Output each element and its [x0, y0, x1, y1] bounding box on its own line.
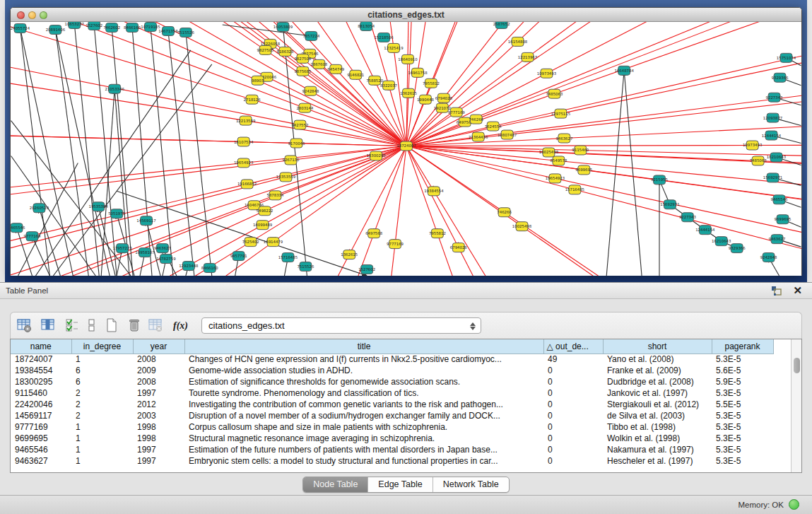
table-cell[interactable]: Estimation of the future numbers of pati… — [184, 444, 543, 455]
graph-node[interactable]: 14569117 — [136, 216, 155, 226]
table-cell[interactable]: Changes of HCN gene expression and I(f) … — [184, 354, 543, 365]
graph-node[interactable]: 5498222 — [257, 206, 273, 216]
table-cell[interactable]: 1 — [71, 421, 133, 433]
graph-node[interactable]: 746266 — [469, 115, 483, 124]
graph-node[interactable]: 12353559 — [276, 173, 296, 182]
table-cell[interactable]: 2 — [71, 410, 133, 421]
table-cell[interactable]: Embryonic stem cells: a model to study s… — [184, 455, 543, 467]
graph-node[interactable]: 98903 — [252, 76, 264, 85]
table-cell[interactable]: 5.5E-5 — [712, 399, 773, 410]
graph-node[interactable]: 16210643 — [767, 153, 786, 162]
graph-node[interactable]: 18107534 — [234, 137, 254, 146]
network-table-select[interactable]: citations_edges.txt — [201, 317, 481, 334]
graph-node[interactable]: 17957223 — [112, 244, 131, 253]
column-header-title[interactable]: title — [184, 339, 543, 354]
graph-node[interactable]: 16053809 — [273, 22, 293, 31]
float-panel-icon[interactable] — [771, 286, 782, 296]
table-cell[interactable]: 2012 — [133, 399, 184, 410]
table-cell[interactable]: 0 — [543, 444, 603, 455]
graph-node[interactable]: 12093877 — [763, 113, 782, 122]
function-builder-icon-button[interactable]: f(x) — [170, 317, 189, 335]
graph-node[interactable]: 9427552 — [291, 120, 308, 129]
table-cell[interactable]: 5.3E-5 — [712, 444, 773, 455]
graph-node[interactable]: 8466160 — [124, 23, 141, 32]
table-cell[interactable]: 2008 — [133, 376, 184, 387]
rows-icon-button[interactable] — [83, 317, 101, 335]
table-cell[interactable]: 18724007 — [11, 354, 71, 365]
graph-node[interactable]: 10958107 — [135, 248, 154, 257]
graph-node[interactable]: 8322037 — [380, 81, 397, 90]
graph-node[interactable]: 10653237 — [65, 22, 84, 28]
table-cell[interactable]: 9115460 — [11, 387, 71, 399]
graph-node[interactable]: 15692971 — [660, 200, 679, 209]
table-cell[interactable]: Tourette syndrome. Phenomenology and cla… — [184, 387, 543, 399]
graph-node[interactable]: 15716485 — [278, 253, 298, 262]
table-cell[interactable]: 2 — [71, 399, 133, 410]
graph-node[interactable]: 5878334 — [267, 191, 285, 200]
graph-node[interactable]: 12213589 — [236, 116, 256, 125]
graph-node[interactable]: 9463627 — [154, 244, 171, 253]
graph-node[interactable]: 10807487 — [498, 130, 517, 139]
citation-graph[interactable]: 2405572420891406106532371527602746260284… — [11, 22, 801, 276]
graph-node[interactable]: 7515526 — [297, 262, 314, 271]
graph-node[interactable]: 9227343 — [679, 213, 696, 222]
graph-node[interactable]: 8454749 — [327, 64, 345, 74]
graph-node[interactable]: 21053346 — [105, 84, 124, 93]
table-cell[interactable]: Genome-wide association studies in ADHD. — [184, 365, 543, 376]
table-cell[interactable]: 0 — [543, 410, 603, 421]
graph-node[interactable]: 746266 — [497, 208, 512, 217]
select-all-icon-button[interactable] — [63, 317, 81, 335]
table-scrollbar-thumb[interactable] — [794, 358, 800, 373]
table-cell[interactable]: Structural magnetic resonance image aver… — [184, 433, 543, 444]
table-settings-icon-button[interactable] — [15, 317, 33, 335]
graph-node[interactable]: 20891406 — [46, 25, 66, 34]
table-cell[interactable]: 9463627 — [11, 455, 71, 467]
table-cell[interactable]: 1 — [71, 433, 133, 444]
table-row[interactable]: 1872400712008Changes of HCN gene express… — [11, 354, 792, 365]
graph-node[interactable]: 9463627 — [769, 235, 786, 244]
graph-node[interactable]: 2718126 — [244, 95, 261, 104]
table-cell[interactable]: 5.3E-5 — [712, 433, 773, 444]
new-column-icon-button[interactable] — [102, 317, 121, 335]
table-cell[interactable]: 49 — [543, 354, 603, 365]
delete-icon-button[interactable] — [125, 317, 143, 335]
table-cell[interactable]: Corpus callosum shape and size in male p… — [184, 421, 543, 433]
table-cell[interactable]: 6 — [71, 376, 133, 387]
table-cell[interactable]: 1997 — [133, 455, 184, 467]
graph-node[interactable]: 3624554 — [485, 122, 502, 131]
table-cell[interactable]: 14569117 — [11, 410, 71, 421]
table-cell[interactable]: 2009 — [133, 365, 184, 376]
table-cell[interactable]: 0 — [543, 455, 603, 467]
graph-node[interactable]: 2687652 — [493, 22, 510, 28]
table-cell[interactable]: 5.6E-5 — [712, 365, 773, 376]
table-cell[interactable]: 6 — [71, 365, 133, 376]
table-cell[interactable]: 5.3E-5 — [712, 354, 773, 365]
graph-node[interactable]: 15716485 — [565, 185, 584, 194]
network-window-titlebar[interactable]: citations_edges.txt — [11, 8, 801, 22]
table-cell[interactable]: 5.3E-5 — [712, 421, 773, 433]
graph-node[interactable]: 9465546 — [11, 223, 25, 233]
delete-table-icon-button[interactable] — [146, 317, 165, 335]
table-row[interactable]: 969969511998Structural magnetic resonanc… — [11, 433, 792, 444]
table-cell[interactable]: 9699695 — [11, 433, 71, 444]
graph-node[interactable]: 20260520 — [30, 204, 49, 213]
graph-node[interactable]: 9329366 — [772, 73, 789, 82]
close-panel-icon[interactable]: ✕ — [793, 284, 802, 297]
table-column-icon-button[interactable] — [39, 317, 57, 335]
table-cell[interactable]: Stergiakouli et al. (2012) — [603, 399, 712, 410]
table-cell[interactable]: 5.3E-5 — [712, 455, 773, 467]
table-cell[interactable]: 0 — [543, 433, 603, 444]
graph-node[interactable]: 1527602 — [358, 265, 375, 274]
table-cell[interactable]: 2 — [71, 387, 133, 399]
table-scrollbar[interactable] — [791, 339, 801, 472]
graph-node[interactable]: 7462602 — [103, 23, 120, 32]
table-cell[interactable]: Dudbridge et al. (2008) — [603, 376, 712, 387]
table-cell[interactable]: Jankovic et al. (1997) — [603, 387, 712, 399]
graph-node[interactable]: 10973493 — [743, 141, 762, 150]
graph-node[interactable]: 9215955 — [651, 175, 668, 185]
graph-node[interactable]: 8186328 — [276, 47, 294, 56]
table-cell[interactable]: Yano et al. (2008) — [603, 354, 712, 365]
graph-node[interactable]: 9875685 — [294, 66, 311, 76]
graph-node[interactable]: 19166852 — [237, 180, 257, 189]
graph-node[interactable]: 2867608 — [310, 59, 328, 69]
